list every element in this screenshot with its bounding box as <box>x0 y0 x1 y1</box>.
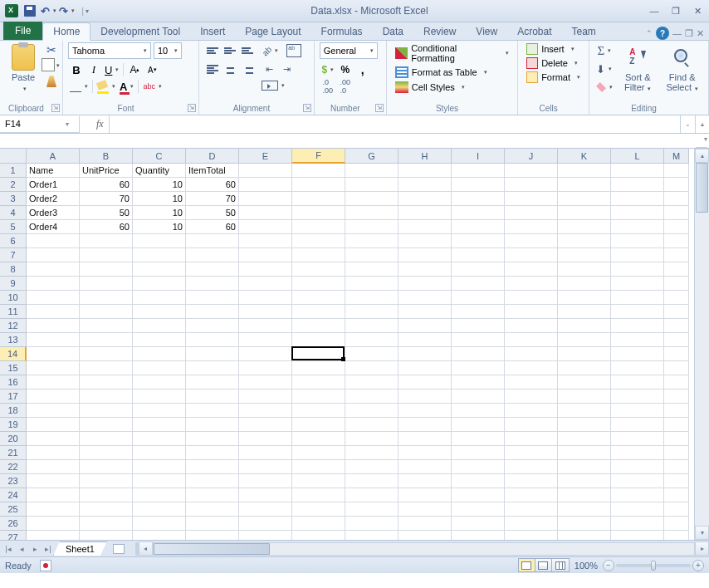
row-header-1[interactable]: 1 <box>0 164 27 178</box>
align-center-button[interactable] <box>222 61 238 77</box>
cell-J2[interactable] <box>505 178 558 192</box>
cell-M4[interactable] <box>664 206 689 220</box>
cell-M23[interactable] <box>664 474 689 488</box>
copy-button[interactable]: ▾ <box>43 58 60 73</box>
font-color-button[interactable]: A▾ <box>118 78 135 95</box>
cell-I11[interactable] <box>452 305 505 319</box>
cell-I1[interactable] <box>452 164 505 178</box>
cell-I25[interactable] <box>452 502 505 517</box>
clipboard-launcher[interactable]: ⇲ <box>51 104 60 112</box>
cell-J25[interactable] <box>505 502 558 517</box>
zoom-in-button[interactable]: + <box>692 560 704 571</box>
cell-B6[interactable] <box>80 234 133 248</box>
vertical-scrollbar[interactable]: ▴ ▾ <box>694 149 709 540</box>
row-header-26[interactable]: 26 <box>0 517 27 531</box>
cell-J18[interactable] <box>505 404 558 418</box>
cell-E21[interactable] <box>239 446 292 460</box>
cell-L9[interactable] <box>611 277 664 291</box>
cell-K5[interactable] <box>558 220 611 234</box>
cell-A8[interactable] <box>27 262 80 277</box>
cell-D12[interactable] <box>186 319 239 333</box>
cell-D18[interactable] <box>186 404 239 418</box>
cell-B16[interactable] <box>80 375 133 390</box>
excel-app-icon[interactable] <box>3 2 20 19</box>
cell-K20[interactable] <box>558 432 611 446</box>
cell-J11[interactable] <box>505 305 558 319</box>
cell-C1[interactable]: Quantity <box>133 164 186 178</box>
cell-E17[interactable] <box>239 390 292 404</box>
row-header-8[interactable]: 8 <box>0 262 27 277</box>
cell-I24[interactable] <box>452 488 505 502</box>
cell-G27[interactable] <box>345 531 399 540</box>
cell-C23[interactable] <box>133 474 186 488</box>
cell-L4[interactable] <box>611 206 664 220</box>
cell-F6[interactable] <box>292 234 345 248</box>
tab-home[interactable]: Home <box>42 22 90 41</box>
formula-scroll-down[interactable]: ▾ <box>704 135 707 143</box>
cell-K25[interactable] <box>558 502 611 517</box>
cell-F13[interactable] <box>292 333 345 347</box>
save-button[interactable] <box>22 2 38 19</box>
cell-E16[interactable] <box>239 375 292 390</box>
cell-B10[interactable] <box>80 291 133 305</box>
cell-F24[interactable] <box>292 488 345 502</box>
cell-H2[interactable] <box>399 178 452 192</box>
row-header-25[interactable]: 25 <box>0 502 27 517</box>
cell-L26[interactable] <box>611 517 664 531</box>
cell-D4[interactable]: 50 <box>186 206 239 220</box>
cell-C12[interactable] <box>133 319 186 333</box>
cell-E3[interactable] <box>239 192 292 206</box>
cell-H23[interactable] <box>399 474 452 488</box>
formula-input[interactable] <box>110 115 680 133</box>
cell-B21[interactable] <box>80 446 133 460</box>
sort-filter-button[interactable]: Sort & Filter▾ <box>619 42 656 96</box>
cell-J23[interactable] <box>505 474 558 488</box>
zoom-thumb[interactable] <box>651 561 656 571</box>
cut-button[interactable]: ✂ <box>43 42 60 57</box>
cell-I26[interactable] <box>452 517 505 531</box>
cell-L8[interactable] <box>611 262 664 277</box>
cell-C19[interactable] <box>133 418 186 432</box>
cell-C26[interactable] <box>133 517 186 531</box>
cell-styles-button[interactable]: Cell Styles▾ <box>392 81 512 94</box>
cell-E7[interactable] <box>239 248 292 262</box>
cell-G1[interactable] <box>345 164 399 178</box>
cell-E5[interactable] <box>239 220 292 234</box>
cell-A9[interactable] <box>27 277 80 291</box>
cell-J10[interactable] <box>505 291 558 305</box>
cell-K17[interactable] <box>558 390 611 404</box>
cell-L18[interactable] <box>611 404 664 418</box>
cell-A15[interactable] <box>27 361 80 375</box>
cell-C18[interactable] <box>133 404 186 418</box>
cell-E24[interactable] <box>239 488 292 502</box>
cell-L5[interactable] <box>611 220 664 234</box>
new-sheet-button[interactable] <box>110 542 127 556</box>
cell-C15[interactable] <box>133 361 186 375</box>
row-header-16[interactable]: 16 <box>0 375 27 390</box>
cell-A7[interactable] <box>27 248 80 262</box>
cell-M11[interactable] <box>664 305 689 319</box>
format-cells-button[interactable]: Format▾ <box>523 71 584 84</box>
file-tab[interactable]: File <box>3 22 42 40</box>
cell-D8[interactable] <box>186 262 239 277</box>
cell-M9[interactable] <box>664 277 689 291</box>
currency-button[interactable]: $▾ <box>320 61 336 78</box>
cell-F2[interactable] <box>292 178 345 192</box>
cell-F21[interactable] <box>292 446 345 460</box>
column-header-B[interactable]: B <box>80 149 133 164</box>
percent-button[interactable]: % <box>337 61 354 78</box>
column-header-J[interactable]: J <box>505 149 558 164</box>
cell-K11[interactable] <box>558 305 611 319</box>
cell-F23[interactable] <box>292 474 345 488</box>
ribbon-minimize-icon[interactable]: ⌃ <box>646 29 653 37</box>
cell-G9[interactable] <box>345 277 399 291</box>
cell-H27[interactable] <box>399 531 452 540</box>
cell-J20[interactable] <box>505 432 558 446</box>
cell-M25[interactable] <box>664 502 689 517</box>
cell-M2[interactable] <box>664 178 689 192</box>
cell-M10[interactable] <box>664 291 689 305</box>
row-header-11[interactable]: 11 <box>0 305 27 319</box>
cell-K12[interactable] <box>558 319 611 333</box>
cell-A16[interactable] <box>27 375 80 390</box>
cell-A11[interactable] <box>27 305 80 319</box>
